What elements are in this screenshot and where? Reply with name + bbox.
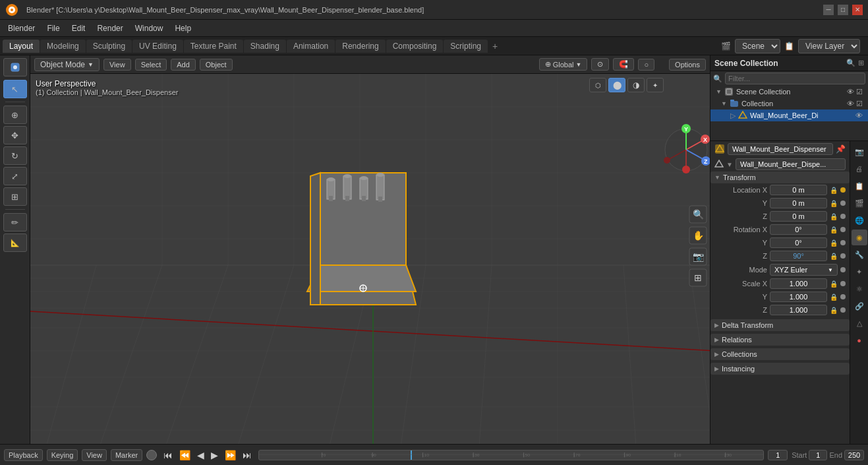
start-frame[interactable]: 1 — [809, 450, 827, 460]
play-reverse-button[interactable]: ◀ — [194, 449, 207, 462]
location-z-lock[interactable]: 🔒 — [830, 213, 838, 220]
menu-window[interactable]: Window — [130, 22, 169, 34]
rendered-mode-button[interactable]: ✦ — [647, 78, 664, 92]
location-y-lock[interactable]: 🔒 — [830, 200, 838, 207]
tab-uv-editing[interactable]: UV Editing — [132, 40, 183, 53]
add-menu-button[interactable]: Add — [171, 59, 196, 71]
select-menu-button[interactable]: Select — [135, 59, 167, 71]
annotate-tool-icon[interactable]: ✏ — [3, 213, 27, 232]
minimize-button[interactable]: ─ — [823, 5, 834, 15]
object-eye-icon[interactable]: 👁 — [855, 111, 863, 119]
step-back-button[interactable]: ⏪ — [177, 449, 193, 462]
transform-orientation-button[interactable]: ⊕ Global ▼ — [539, 58, 588, 71]
options-button[interactable]: Options — [669, 59, 706, 71]
location-x-lock[interactable]: 🔒 — [830, 187, 838, 194]
pivot-point-button[interactable]: ⊙ — [591, 58, 609, 71]
record-button[interactable] — [146, 450, 157, 460]
transform-tool-icon[interactable]: ⊞ — [3, 187, 27, 206]
rotate-tool-icon[interactable]: ↻ — [3, 146, 27, 165]
tab-modeling[interactable]: Modeling — [40, 40, 86, 53]
collection-restrict-icon[interactable]: ☑ — [856, 100, 863, 108]
viewport[interactable]: Object Mode ▼ View Select Add Object ⊕ G… — [30, 55, 710, 444]
outliner-search-input[interactable] — [725, 73, 865, 84]
render-props-icon[interactable]: 📷 — [852, 144, 867, 160]
cursor-tool-icon[interactable]: ⊕ — [3, 106, 27, 124]
particles-props-icon[interactable]: ✦ — [852, 264, 867, 280]
tab-shading[interactable]: Shading — [244, 40, 286, 53]
rotation-z-value[interactable]: 90° — [770, 251, 827, 261]
rotation-mode-dropdown[interactable]: XYZ Euler ▼ — [770, 264, 838, 276]
view-timeline-button[interactable]: View — [82, 449, 107, 461]
tab-texture-paint[interactable]: Texture Paint — [184, 40, 243, 53]
rotation-z-lock[interactable]: 🔒 — [830, 253, 838, 260]
pin-icon[interactable]: 📌 — [836, 144, 846, 154]
maximize-button[interactable]: □ — [838, 5, 848, 15]
world-props-icon[interactable]: 🌐 — [852, 212, 867, 228]
snapping-button[interactable]: 🧲 — [613, 58, 634, 71]
measure-tool-icon[interactable]: 📐 — [3, 233, 27, 252]
jump-end-button[interactable]: ⏭ — [240, 449, 254, 462]
transform-header[interactable]: ▼ Transform — [710, 171, 850, 183]
scale-z-value[interactable]: 1.000 — [770, 305, 827, 315]
step-forward-button[interactable]: ⏩ — [222, 449, 239, 462]
playback-button[interactable]: Playback — [4, 449, 43, 461]
menu-edit[interactable]: Edit — [67, 22, 91, 34]
constraints-props-icon[interactable]: 🔗 — [852, 298, 867, 314]
rotation-x-lock[interactable]: 🔒 — [830, 226, 838, 233]
object-props-icon[interactable]: ◉ — [852, 230, 867, 245]
tab-layout[interactable]: Layout — [3, 40, 40, 53]
tab-animation[interactable]: Animation — [287, 40, 335, 53]
location-y-value[interactable]: 0 m — [770, 198, 827, 208]
keying-button[interactable]: Keying — [47, 449, 78, 461]
viewport-canvas[interactable]: X Y Z — [30, 74, 710, 444]
filter-icon[interactable]: 🔍 — [846, 59, 855, 67]
collections-header[interactable]: ▶ Collections — [710, 348, 850, 360]
eye-icon[interactable]: 👁 — [847, 88, 854, 96]
proportional-edit-button[interactable]: ○ — [638, 59, 654, 71]
output-props-icon[interactable]: 🖨 — [852, 161, 867, 177]
material-mode-button[interactable]: ◑ — [627, 78, 645, 92]
rotation-y-lock[interactable]: 🔒 — [830, 239, 838, 247]
instancing-header[interactable]: ▶ Instancing — [710, 363, 850, 375]
play-button[interactable]: ▶ — [208, 449, 221, 462]
add-tab-button[interactable]: + — [488, 39, 502, 53]
jump-start-button[interactable]: ⏮ — [161, 449, 175, 462]
view-menu-button[interactable]: View — [103, 59, 131, 71]
rotation-y-value[interactable]: 0° — [770, 237, 827, 248]
menu-file[interactable]: File — [42, 22, 65, 34]
close-button[interactable]: ✕ — [852, 5, 863, 15]
location-z-value[interactable]: 0 m — [770, 211, 827, 222]
frame-counter[interactable]: 1 — [768, 450, 788, 460]
scale-z-lock[interactable]: 🔒 — [830, 307, 838, 314]
tab-scripting[interactable]: Scripting — [444, 40, 488, 53]
menu-blender[interactable]: Blender — [3, 22, 40, 34]
restrict-select-icon[interactable]: ☑ — [856, 88, 863, 96]
select-tool-icon[interactable]: ↖ — [3, 80, 27, 98]
scale-y-lock[interactable]: 🔒 — [830, 294, 838, 301]
wireframe-mode-button[interactable]: ⬡ — [589, 78, 606, 92]
outliner-options-icon[interactable]: ⊞ — [858, 59, 864, 67]
outliner-scene-collection-item[interactable]: ▼ Scene Collection 👁 ☑ — [710, 86, 868, 98]
location-x-value[interactable]: 0 m — [770, 185, 827, 195]
tab-compositing[interactable]: Compositing — [386, 40, 444, 53]
scale-x-value[interactable]: 1.000 — [770, 278, 827, 289]
scale-tool-icon[interactable]: ⤢ — [3, 167, 27, 185]
scene-selector[interactable]: Scene — [735, 39, 780, 53]
object-data-name-field[interactable]: Wall_Mount_Beer_Dispe... — [736, 158, 846, 170]
physics-props-icon[interactable]: ⚛ — [852, 281, 867, 297]
collection-eye-icon[interactable]: 👁 — [847, 100, 854, 108]
end-frame[interactable]: 250 — [844, 450, 864, 460]
object-mode-button[interactable]: Object Mode ▼ — [34, 58, 100, 71]
outliner-object-item[interactable]: ▷ Wall_Mount_Beer_Di 👁 — [710, 109, 868, 121]
material-props-icon[interactable]: ● — [852, 332, 867, 348]
view-layer-selector[interactable]: View Layer — [798, 39, 860, 53]
timeline-scrubber[interactable]: 70 90 110 130 150 170 190 210 230 — [258, 450, 764, 460]
marker-button[interactable]: Marker — [111, 449, 142, 461]
scene-props-icon[interactable]: 🎬 — [852, 195, 867, 211]
scale-y-value[interactable]: 1.000 — [770, 292, 827, 302]
solid-mode-button[interactable]: ⬤ — [608, 78, 625, 92]
relations-header[interactable]: ▶ Relations — [710, 334, 850, 346]
move-tool-icon[interactable]: ✥ — [3, 126, 27, 144]
outliner-collection-item[interactable]: ▼ Collection 👁 ☑ — [710, 98, 868, 109]
object-data-props-icon[interactable]: △ — [852, 315, 867, 331]
